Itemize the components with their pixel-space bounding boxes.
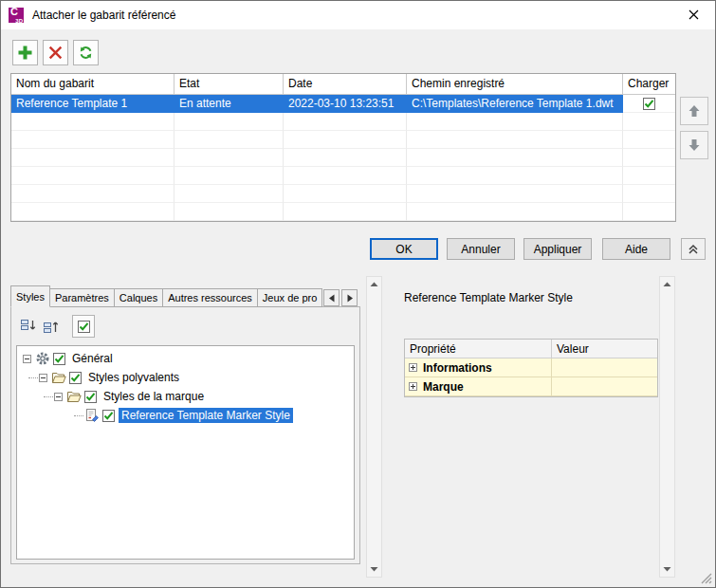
style-view-option-button-1[interactable] (17, 315, 40, 338)
tree-item-general[interactable]: Général (17, 349, 354, 368)
double-chevron-up-icon (688, 244, 699, 255)
empty-cell (284, 131, 407, 149)
empty-cell (174, 131, 284, 149)
scroll-down-button[interactable] (660, 561, 674, 577)
check-icon (103, 411, 114, 421)
tree-item-styles-de-la-marque[interactable]: Styles de la marque (17, 387, 354, 406)
tree-item-styles-polyvalents[interactable]: Styles polyvalents (17, 368, 354, 387)
load-checkbox[interactable] (643, 98, 655, 110)
property-value[interactable] (552, 377, 657, 396)
empty-cell (11, 113, 174, 131)
value-column-header[interactable]: Valeur (552, 340, 657, 358)
property-grid: Propriété Valeur Informations Marque (404, 339, 658, 397)
detail-panel-scrollbar[interactable] (659, 276, 675, 578)
tree-checkbox[interactable] (84, 391, 97, 403)
collapse-minus-icon[interactable] (39, 374, 47, 382)
ok-button[interactable]: OK (370, 238, 438, 260)
style-detail-title: Reference Template Marker Style (404, 291, 573, 304)
triangle-right-icon (346, 294, 354, 303)
template-row-selected[interactable]: Reference Template 1 En attente 2022-03-… (11, 95, 675, 113)
empty-cell (623, 113, 675, 131)
collapse-panel-button[interactable] (681, 238, 706, 260)
refresh-button[interactable] (73, 40, 99, 65)
empty-cell (174, 167, 284, 185)
empty-cell (407, 113, 623, 131)
tree-connector (28, 377, 38, 378)
styles-panel-scrollbar[interactable] (366, 276, 382, 578)
scroll-up-button[interactable] (367, 277, 381, 292)
styles-panel: Styles Paramètres Calques Autres ressour… (10, 276, 382, 578)
tree-item-reference-template-marker-style[interactable]: Reference Template Marker Style (17, 406, 354, 425)
titlebar: C 3D Attacher le gabarit référencé (1, 1, 715, 29)
tab-scroll-left-button[interactable] (323, 289, 340, 306)
empty-cell (284, 149, 407, 167)
empty-cell (174, 113, 284, 131)
apply-button[interactable]: Appliquer (523, 238, 592, 260)
empty-cell (407, 149, 623, 167)
style-detail-panel: Reference Template Marker Style Propriét… (393, 276, 675, 578)
tree-checkbox[interactable] (69, 372, 82, 384)
empty-cell (407, 203, 623, 221)
open-folder-icon (66, 389, 82, 404)
open-folder-icon (51, 370, 66, 385)
tab-calques[interactable]: Calques (114, 288, 163, 307)
column-header-load[interactable]: Charger (623, 74, 675, 95)
check-icon (85, 392, 96, 402)
arrow-down-icon (687, 138, 702, 153)
empty-cell (407, 131, 623, 149)
column-header-date[interactable]: Date (284, 74, 407, 95)
empty-cell (407, 167, 623, 185)
refresh-icon (78, 45, 94, 61)
column-header-path[interactable]: Chemin enregistré (407, 74, 623, 95)
empty-cell (284, 203, 407, 221)
style-view-option-button-2[interactable] (40, 315, 63, 338)
empty-cell (11, 149, 174, 167)
close-button[interactable] (671, 1, 715, 28)
expand-plus-icon[interactable] (409, 363, 417, 372)
scroll-down-button[interactable] (367, 561, 381, 577)
empty-cell (11, 131, 174, 149)
empty-cell (407, 185, 623, 203)
template-empty-row (11, 203, 675, 221)
tree-checkbox[interactable] (53, 353, 65, 365)
tab-parametres[interactable]: Paramètres (49, 288, 115, 307)
scroll-down-icon (370, 566, 378, 572)
tree-connector (74, 415, 83, 416)
tab-styles[interactable]: Styles (10, 285, 50, 307)
move-up-button[interactable] (680, 97, 708, 125)
template-path-cell: C:\Templates\Reference Template 1.dwt (407, 95, 623, 113)
add-template-button[interactable] (12, 40, 38, 65)
cancel-button[interactable]: Annuler (447, 238, 515, 260)
close-icon (688, 9, 699, 20)
empty-cell (11, 203, 174, 221)
tab-jeux-de-proprietes[interactable]: Jeux de pro (257, 288, 322, 307)
move-down-button[interactable] (680, 131, 708, 159)
property-row-marque[interactable]: Marque (405, 377, 657, 396)
app-icon-letter: C (10, 6, 18, 17)
column-header-state[interactable]: Etat (174, 74, 284, 95)
tab-autres-ressources[interactable]: Autres ressources (162, 288, 258, 307)
template-empty-row (11, 185, 675, 203)
template-empty-row (11, 131, 675, 149)
expand-plus-icon[interactable] (409, 382, 417, 391)
column-header-name[interactable]: Nom du gabarit (11, 74, 174, 95)
tree-checkbox[interactable] (102, 410, 115, 422)
template-load-cell (623, 95, 675, 113)
collapse-minus-icon[interactable] (23, 355, 31, 363)
empty-cell (284, 185, 407, 203)
resize-grip[interactable] (699, 571, 712, 584)
check-icon (54, 354, 64, 364)
help-button[interactable]: Aide (602, 238, 670, 260)
tree-item-label: Général (69, 351, 116, 366)
tab-scroll-right-button[interactable] (341, 289, 358, 306)
property-column-header[interactable]: Propriété (405, 340, 552, 358)
property-value[interactable] (552, 358, 657, 377)
scroll-up-button[interactable] (660, 277, 674, 292)
template-empty-row (11, 113, 675, 131)
triangle-left-icon (328, 294, 336, 303)
check-all-styles-button[interactable] (72, 315, 95, 338)
remove-template-button[interactable] (43, 40, 68, 65)
collapse-minus-icon[interactable] (54, 393, 63, 401)
tree-item-label: Styles de la marque (101, 389, 207, 404)
property-row-informations[interactable]: Informations (405, 358, 657, 377)
